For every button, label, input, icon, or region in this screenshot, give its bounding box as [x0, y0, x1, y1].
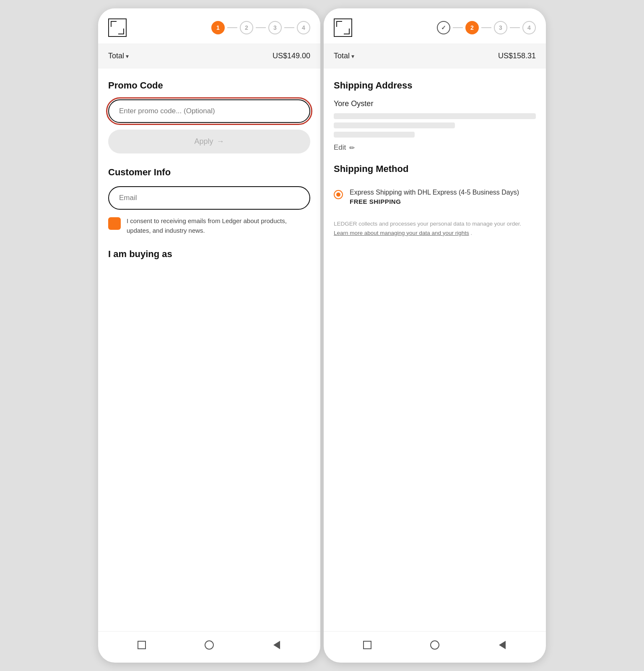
step-line-1-2 [227, 27, 237, 28]
right-step-1: ✓ [437, 21, 450, 34]
nav-circle-button[interactable] [203, 639, 215, 651]
right-step-3: 3 [494, 21, 507, 34]
right-nav-home-button[interactable] [361, 639, 373, 651]
shipping-address-title: Shipping Address [334, 80, 536, 91]
buying-as-title: I am buying as [108, 249, 310, 260]
right-circle-icon [430, 640, 439, 650]
right-step-4: 4 [522, 21, 536, 34]
address-line-2 [334, 122, 455, 128]
right-step-line-1-2 [453, 27, 463, 28]
left-total-bar[interactable]: Total ▾ US$149.00 [98, 44, 320, 68]
right-total-chevron-icon: ▾ [351, 53, 354, 60]
left-total-label: Total ▾ [108, 52, 129, 60]
left-nav [98, 631, 320, 663]
right-content: Shipping Address Yore Oyster Edit ✏ Ship… [324, 68, 546, 631]
address-name: Yore Oyster [334, 99, 536, 108]
right-logo [334, 18, 352, 37]
right-back-icon [499, 641, 506, 649]
right-nav [324, 631, 546, 663]
right-step-2: 2 [465, 21, 479, 34]
step-3: 3 [268, 21, 282, 34]
right-total-label: Total ▾ [334, 52, 354, 60]
right-total-bar[interactable]: Total ▾ US$158.31 [324, 44, 546, 68]
left-content: Promo Code Apply → Customer Info I conse… [98, 68, 320, 631]
consent-checkbox[interactable] [108, 217, 121, 230]
step-line-2-3 [256, 27, 266, 28]
step-2: 2 [240, 21, 253, 34]
step-1: 1 [211, 21, 225, 34]
left-header: 1 2 3 4 [98, 8, 320, 44]
promo-code-input[interactable] [119, 107, 299, 115]
shipping-details: Express Shipping with DHL Express (4-5 B… [350, 189, 536, 205]
back-icon [273, 641, 280, 649]
nav-home-button[interactable] [136, 639, 148, 651]
checkbox-inner [111, 220, 118, 227]
circle-icon [205, 640, 214, 650]
step-line-3-4 [284, 27, 294, 28]
nav-back-button[interactable] [271, 639, 283, 651]
shipping-price: FREE SHIPPING [350, 198, 536, 205]
edit-row[interactable]: Edit ✏ [334, 143, 536, 152]
email-input-wrapper[interactable] [108, 186, 310, 210]
right-step-line-2-3 [481, 27, 491, 28]
right-step-line-3-4 [510, 27, 520, 28]
shipping-radio[interactable] [334, 190, 343, 199]
right-nav-circle-button[interactable] [429, 639, 441, 651]
promo-section-title: Promo Code [108, 80, 310, 91]
right-header: ✓ 2 3 4 [324, 8, 546, 44]
right-nav-back-button[interactable] [496, 639, 508, 651]
privacy-link[interactable]: Learn more about managing your data and … [334, 230, 469, 236]
address-line-1 [334, 113, 536, 119]
right-total-amount: US$158.31 [498, 52, 536, 60]
email-input[interactable] [119, 194, 299, 202]
right-home-icon [363, 641, 371, 649]
left-logo [108, 18, 127, 37]
pencil-icon: ✏ [349, 144, 355, 152]
left-total-amount: US$149.00 [273, 52, 310, 60]
consent-row[interactable]: I consent to receiving emails from Ledge… [108, 216, 310, 235]
right-phone: ✓ 2 3 4 Total ▾ US$15 [324, 8, 546, 663]
step-4: 4 [297, 21, 310, 34]
total-chevron-icon: ▾ [126, 53, 129, 60]
left-step-indicator: 1 2 3 4 [211, 21, 310, 34]
consent-text: I consent to receiving emails from Ledge… [127, 216, 310, 235]
shipping-option[interactable]: Express Shipping with DHL Express (4-5 B… [334, 183, 536, 211]
right-step-indicator: ✓ 2 3 4 [437, 21, 536, 34]
apply-button[interactable]: Apply → [108, 130, 310, 153]
privacy-text: LEDGER collects and processes your perso… [334, 219, 536, 237]
customer-info-title: Customer Info [108, 167, 310, 178]
promo-input-wrapper[interactable] [108, 99, 310, 123]
home-icon [138, 641, 146, 649]
radio-inner [336, 192, 340, 197]
address-line-3 [334, 132, 415, 138]
shipping-method-title: Shipping Method [334, 164, 536, 174]
left-phone: 1 2 3 4 Total ▾ US$14 [98, 8, 320, 663]
shipping-option-name: Express Shipping with DHL Express (4-5 B… [350, 189, 536, 196]
edit-label: Edit [334, 143, 346, 152]
